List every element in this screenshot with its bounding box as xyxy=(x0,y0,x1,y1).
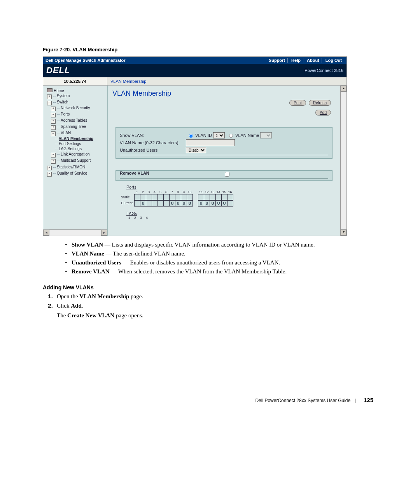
lags-area: LAGs 1234 xyxy=(126,211,336,220)
vlan-name-chars-label: VLAN Name (0-32 Characters) xyxy=(120,140,186,145)
support-link[interactable]: Support xyxy=(266,58,288,63)
section-heading: Adding New VLANs xyxy=(43,284,397,290)
page-number: 125 xyxy=(364,397,373,403)
tree-ports[interactable]: Ports xyxy=(61,112,70,116)
tree-spanning-tree[interactable]: Spanning Tree xyxy=(61,124,86,129)
page-footer: Dell PowerConnect 28xx Systems User Guid… xyxy=(23,397,373,403)
tree-home[interactable]: Home xyxy=(54,89,64,93)
expand-icon[interactable]: + xyxy=(47,166,52,170)
current-row-a[interactable]: UUUUU xyxy=(134,200,192,206)
scroll-left-icon[interactable]: ◂ xyxy=(43,230,49,236)
expand-icon[interactable]: + xyxy=(51,125,56,130)
expand-icon[interactable]: + xyxy=(47,94,52,99)
about-link[interactable]: About xyxy=(304,58,322,63)
nav-bar: 10.5.225.74 VLAN Membership xyxy=(43,77,346,86)
unauthorized-users-label: Unauthorized Users xyxy=(120,148,186,152)
current-row-b[interactable]: UUUUU xyxy=(198,200,233,206)
screenshot: Dell OpenManage Switch Administrator Sup… xyxy=(43,56,347,236)
expand-icon[interactable]: + xyxy=(51,153,56,158)
ports-title: Ports xyxy=(126,185,336,189)
lag-numbers: 1234 xyxy=(126,216,336,220)
page-title: VLAN Membership xyxy=(112,89,336,98)
vlan-id-radio[interactable] xyxy=(189,134,193,138)
port-numbers-b: 111213141516 xyxy=(198,190,233,194)
scroll-right-icon[interactable]: ▸ xyxy=(101,230,107,236)
print-button[interactable]: Print xyxy=(289,100,306,106)
static-row-label: Static xyxy=(121,194,133,200)
model-label: PowerConnect 2816 xyxy=(304,68,343,73)
steps-list: Open the VLAN Membership page. Click Add… xyxy=(54,293,397,319)
app-title: Dell OpenManage Switch Administrator xyxy=(46,58,266,63)
current-row-label: Current xyxy=(121,200,133,206)
help-link[interactable]: Help xyxy=(289,58,303,63)
static-row-b[interactable] xyxy=(198,194,233,200)
content-pane: VLAN Membership Print Refresh Add Show V… xyxy=(108,86,340,236)
home-icon xyxy=(47,88,52,92)
vlan-name-radio[interactable] xyxy=(229,134,233,138)
tree-network-security[interactable]: Network Security xyxy=(61,106,90,110)
tree-statistics[interactable]: Statistics/RMON xyxy=(57,165,85,169)
vlan-settings-section: Show VLAN: VLAN ID 1 VLAN Name VLAN Name… xyxy=(116,127,332,159)
vlan-name-label: VLAN Name xyxy=(235,133,259,138)
remove-vlan-section: Remove VLAN xyxy=(116,170,332,181)
scroll-track[interactable] xyxy=(341,92,346,229)
collapse-icon[interactable]: – xyxy=(51,131,56,136)
expand-icon[interactable]: + xyxy=(51,113,56,117)
vlan-name-select[interactable] xyxy=(260,132,272,138)
tree-address-tables[interactable]: Address Tables xyxy=(61,118,87,122)
static-row-a[interactable] xyxy=(134,194,192,200)
tree-vlan[interactable]: VLAN xyxy=(61,131,71,135)
figure-caption: Figure 7-20. VLAN Membership xyxy=(43,47,397,52)
lags-title: LAGs xyxy=(126,211,336,216)
breadcrumb: VLAN Membership xyxy=(107,77,149,85)
port-numbers-a: 12345678910 xyxy=(134,190,192,194)
logout-link[interactable]: Log Out xyxy=(323,58,344,63)
scroll-down-icon[interactable]: ▾ xyxy=(341,229,346,236)
remove-vlan-checkbox[interactable] xyxy=(225,172,229,177)
collapse-icon[interactable]: – xyxy=(47,101,52,105)
tree-vlan-membership[interactable]: VLAN Membership xyxy=(59,136,93,141)
tree-link-aggregation[interactable]: Link Aggregation xyxy=(61,152,90,156)
add-button[interactable]: Add xyxy=(315,110,331,116)
vlan-id-select[interactable]: 1 xyxy=(213,132,225,138)
refresh-button[interactable]: Refresh xyxy=(309,100,331,106)
expand-icon[interactable]: + xyxy=(51,107,56,111)
tree-lag-settings[interactable]: LAG Settings xyxy=(59,147,82,151)
top-links: Support Help About Log Out xyxy=(266,58,344,63)
tree-multicast-support[interactable]: Multicast Support xyxy=(61,158,91,163)
field-descriptions: Show VLAN — Lists and displays specific … xyxy=(54,242,397,275)
expand-icon[interactable]: + xyxy=(51,159,56,164)
show-vlan-label: Show VLAN: xyxy=(120,133,186,138)
scroll-track[interactable] xyxy=(49,230,101,236)
device-ip: 10.5.225.74 xyxy=(43,77,107,85)
brand-bar: DELL PowerConnect 2816 xyxy=(43,64,346,77)
tree-port-settings[interactable]: Port Settings xyxy=(59,142,81,146)
tree-qos[interactable]: Quality of Service xyxy=(57,171,87,175)
dell-logo: DELL xyxy=(46,65,70,75)
scroll-up-icon[interactable]: ▴ xyxy=(341,86,346,92)
vlan-id-label: VLAN ID xyxy=(195,133,212,138)
tree-system[interactable]: System xyxy=(57,94,70,98)
expand-icon[interactable]: + xyxy=(51,119,56,124)
unauthorized-users-select[interactable]: Disable xyxy=(186,147,206,153)
ports-area: Ports Static Current 12345678910 xyxy=(121,185,336,206)
tree-switch[interactable]: Switch xyxy=(57,100,68,104)
nav-tree[interactable]: Home +System –Switch +Network Security +… xyxy=(43,86,108,236)
tree-hscrollbar[interactable]: ◂ ▸ xyxy=(43,229,107,236)
content-vscrollbar[interactable]: ▴ ▾ xyxy=(340,86,346,236)
window-titlebar: Dell OpenManage Switch Administrator Sup… xyxy=(43,57,346,64)
remove-vlan-label: Remove VLAN xyxy=(120,171,198,178)
vlan-name-input[interactable] xyxy=(186,139,235,146)
expand-icon[interactable]: + xyxy=(47,172,52,177)
